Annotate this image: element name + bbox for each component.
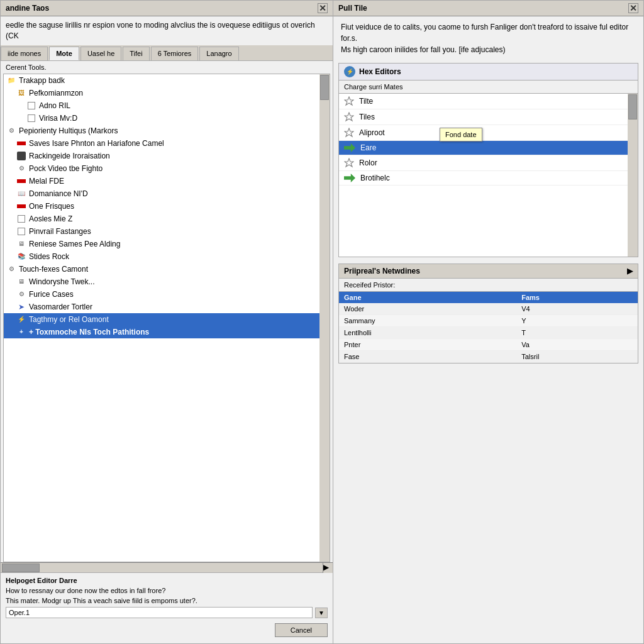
tree-hscrollbar[interactable]: ▶ bbox=[1, 562, 333, 572]
tree-item-one-frisques[interactable]: One Frisques bbox=[4, 200, 319, 213]
dark-icon bbox=[16, 151, 26, 161]
hex-editors-header: ⚡ Hex Editors bbox=[339, 64, 638, 80]
tab-tifei[interactable]: Tifei bbox=[123, 47, 149, 60]
tree-item-pepiorienty[interactable]: ⚙ Pepiorienty Hultiqus (Markors bbox=[4, 125, 319, 137]
tree-item-vasomarder[interactable]: ➤ Vasomarder Tortler bbox=[4, 301, 319, 313]
hex-list[interactable]: Tilte Tiles Aliproot Fond date bbox=[339, 94, 628, 257]
checkbox-icon bbox=[26, 101, 36, 111]
expand-plus-icon: + bbox=[16, 327, 26, 337]
cell-fams-2: T bbox=[516, 327, 638, 339]
hex-item-tilte[interactable]: Tilte bbox=[339, 94, 628, 109]
tab-uasel-he[interactable]: Uasel he bbox=[80, 47, 121, 60]
tree-hscroll-thumb[interactable] bbox=[2, 564, 40, 572]
tree-item-domaniance[interactable]: 📖 Domaniance NI'D bbox=[4, 187, 319, 200]
tree-wrapper: 📁 Trakapp badk 🖼 Pefkomianmzon Adno RIL … bbox=[3, 74, 330, 562]
section-label: Cerent Tools. bbox=[1, 61, 333, 74]
tree-item-rackingeide[interactable]: Rackingeide Iroraisation bbox=[4, 150, 319, 162]
bottom-select-row: ▼ bbox=[6, 607, 328, 618]
right-close-button[interactable]: ✕ bbox=[628, 3, 638, 13]
tree-item-touch-fexes[interactable]: ⚙ Touch-fexes Camont bbox=[4, 263, 319, 275]
cell-gane-3: Pnter bbox=[339, 339, 516, 351]
cell-gane-1: Sammany bbox=[339, 315, 516, 327]
tree-item-toxmnoche[interactable]: + + Toxmnoche NIs Toch Pathitions bbox=[4, 326, 319, 338]
tree-scroll-content[interactable]: 📁 Trakapp badk 🖼 Pefkomianmzon Adno RIL … bbox=[4, 74, 319, 562]
tree-item-saves[interactable]: Saves Isare Phnton an Hariafone Camel bbox=[4, 137, 319, 150]
svg-marker-1 bbox=[345, 113, 353, 121]
gear-icon-2: ⚙ bbox=[16, 164, 26, 174]
bottom-title: Helpoget Editor Darre bbox=[6, 577, 77, 584]
left-panel: andine Taos ✕ eedle the saguse lirillis … bbox=[0, 0, 333, 644]
gear-icon-3: ⚙ bbox=[6, 264, 16, 274]
red-bar-icon bbox=[16, 138, 26, 148]
tree-scroll-thumb[interactable] bbox=[320, 75, 329, 100]
tree-item-melal[interactable]: Melal FDE bbox=[4, 175, 319, 187]
right-description1: Fiut veiduce de to calits, you caome to … bbox=[333, 16, 643, 60]
tree-item-pefkomianmzon[interactable]: 🖼 Pefkomianmzon bbox=[4, 87, 319, 99]
hex-scroll-thumb[interactable] bbox=[628, 94, 637, 119]
priipreal-header[interactable]: Priipreal's Netwdines ▶ bbox=[339, 264, 638, 279]
gear-icon-4: ⚙ bbox=[16, 289, 26, 299]
svg-marker-2 bbox=[345, 128, 353, 136]
cell-gane-4: Fase bbox=[339, 351, 516, 363]
tree-item-reniese[interactable]: 🖥 Reniese Sames Pee Alding bbox=[4, 238, 319, 250]
tree-item-pock[interactable]: ⚙ Pock Video tbe Fighto bbox=[4, 162, 319, 175]
svg-marker-3 bbox=[345, 158, 353, 167]
star-icon-4 bbox=[344, 158, 354, 168]
tree-item-trakapp-badk[interactable]: 📁 Trakapp badk bbox=[4, 74, 319, 87]
hex-item-eare[interactable]: Eare bbox=[339, 141, 628, 155]
hex-item-brotihelc[interactable]: Brotihelc bbox=[339, 171, 628, 186]
checkbox-icon-3 bbox=[16, 214, 26, 224]
svg-marker-0 bbox=[345, 97, 353, 105]
tree-item-windory[interactable]: 🖥 Windoryshe Twek... bbox=[4, 275, 319, 288]
tree-item-furice[interactable]: ⚙ Furice Cases bbox=[4, 288, 319, 301]
arrow-icon bbox=[344, 143, 355, 152]
bottom-question: How to ressnay our done now the edtos in… bbox=[6, 587, 165, 594]
star-icon-2 bbox=[344, 112, 354, 122]
table-row: Sammany Y bbox=[339, 315, 638, 327]
right-panel: Pull Tile ✕ Fiut veiduce de to calits, y… bbox=[333, 0, 644, 644]
cell-gane-2: Lentlholli bbox=[339, 327, 516, 339]
cell-fams-1: Y bbox=[516, 315, 638, 327]
tree-item-virisa[interactable]: Virisa Mv:D bbox=[4, 112, 319, 125]
image-icon: 🖼 bbox=[16, 88, 26, 98]
tab-lanagro[interactable]: Lanagro bbox=[199, 47, 238, 60]
tree-scrollbar[interactable] bbox=[319, 74, 330, 562]
blue-arrow-icon: ➤ bbox=[16, 302, 26, 312]
bottom-select-arrow[interactable]: ▼ bbox=[315, 608, 328, 618]
bottom-toolbar: Helpoget Editor Darre How to ressnay our… bbox=[1, 572, 333, 643]
tree-item-tagthmy[interactable]: ⚡ Tagthmy or Rel Oamont bbox=[4, 313, 319, 326]
priipreal-title: Priipreal's Netwdines bbox=[344, 267, 420, 275]
bottom-hint: This mater. Modgr up This a veach saive … bbox=[6, 597, 197, 604]
checkbox-icon-2 bbox=[26, 113, 36, 123]
tab-iide-mones[interactable]: iide mones bbox=[1, 47, 48, 60]
table-row: Fase Talsril bbox=[339, 351, 638, 363]
table-row: Pnter Va bbox=[339, 339, 638, 351]
bottom-select-input[interactable] bbox=[6, 607, 313, 618]
left-close-button[interactable]: ✕ bbox=[318, 3, 328, 13]
book-icon: 📖 bbox=[16, 189, 26, 199]
hex-item-aliproot[interactable]: Aliproot Fond date bbox=[339, 125, 628, 141]
hex-item-tiles[interactable]: Tiles bbox=[339, 109, 628, 125]
tree-item-aosles[interactable]: Aosles Mie Z bbox=[4, 213, 319, 225]
arrow-icon-2 bbox=[344, 174, 355, 182]
hex-editors-title: Hex Editors bbox=[359, 67, 401, 76]
hex-scrollbar[interactable] bbox=[628, 94, 638, 257]
right-title: Pull Tile bbox=[338, 4, 367, 13]
tabs-container: iide mones Mote Uasel he Tifei 6 Temiore… bbox=[1, 45, 333, 61]
hex-subheader: Charge surri Mates bbox=[339, 80, 638, 93]
red-bar-icon-3 bbox=[16, 201, 26, 211]
tab-mote[interactable]: Mote bbox=[49, 47, 79, 60]
table-row: Lentlholli T bbox=[339, 327, 638, 339]
tree-item-pinvrail[interactable]: Pinvrail Fastanges bbox=[4, 225, 319, 238]
priipreal-table: Gane Fams Woder V4 Sammany Y Lentlholli … bbox=[339, 292, 638, 363]
hscroll-button[interactable]: ▶ bbox=[323, 563, 333, 573]
priipreal-subheader: Receifed Pristor: bbox=[339, 279, 638, 292]
cell-fams-3: Va bbox=[516, 339, 638, 351]
hex-item-rolor[interactable]: Rolor bbox=[339, 155, 628, 171]
tree-item-adno[interactable]: Adno RIL bbox=[4, 99, 319, 112]
table-row: Woder V4 bbox=[339, 303, 638, 315]
tree-item-stides[interactable]: 📚 Stides Rock bbox=[4, 250, 319, 263]
tab-6-temiores[interactable]: 6 Temiores bbox=[151, 47, 199, 60]
priipreal-section: Priipreal's Netwdines ▶ Receifed Pristor… bbox=[338, 264, 638, 364]
cancel-button[interactable]: Cancel bbox=[275, 623, 328, 637]
